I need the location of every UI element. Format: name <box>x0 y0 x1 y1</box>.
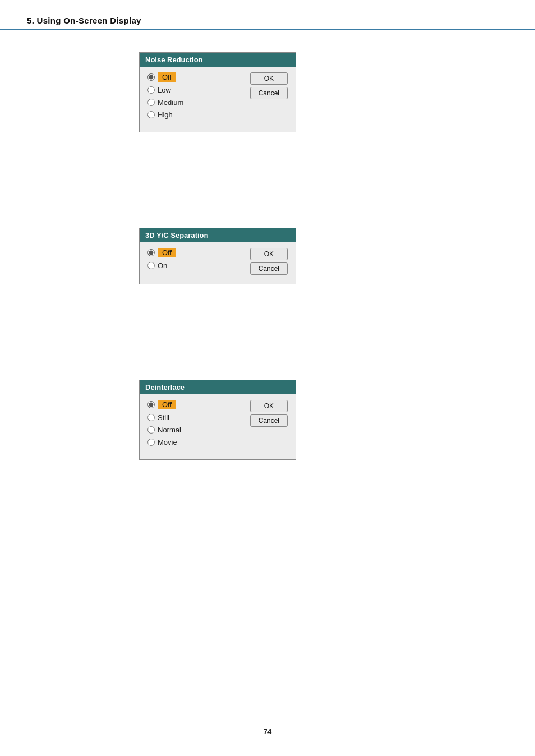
noise-reduction-cancel-button[interactable]: Cancel <box>250 87 288 99</box>
3d-yc-label-on: On <box>158 261 167 270</box>
noise-reduction-options: Off Low Medium <box>147 72 242 123</box>
3d-yc-body: Off On OK Cancel <box>140 242 296 284</box>
deinterlace-label-off: Off <box>158 400 176 409</box>
noise-reduction-title: Noise Reduction <box>140 53 296 67</box>
noise-reduction-label-medium: Medium <box>158 98 183 107</box>
noise-reduction-option-medium[interactable]: Medium <box>147 98 242 107</box>
3d-yc-dialog: 3D Y/C Separation Off On <box>139 228 296 284</box>
noise-reduction-row: Off Low Medium <box>147 72 288 123</box>
noise-reduction-ok-button[interactable]: OK <box>250 72 288 85</box>
deinterlace-option-normal[interactable]: Normal <box>147 426 242 434</box>
spacer-1 <box>27 155 508 228</box>
deinterlace-buttons: OK Cancel <box>250 400 288 427</box>
3d-yc-option-off[interactable]: Off <box>147 248 242 257</box>
noise-reduction-option-off[interactable]: Off <box>147 72 242 82</box>
deinterlace-title: Deinterlace <box>140 380 296 394</box>
noise-reduction-radio-high[interactable] <box>147 111 155 118</box>
page-title: 5. Using On-Screen Display <box>27 16 508 29</box>
3d-yc-buttons: OK Cancel <box>250 248 288 275</box>
deinterlace-radio-off[interactable] <box>147 401 155 408</box>
deinterlace-option-movie[interactable]: Movie <box>147 438 242 446</box>
noise-reduction-option-high[interactable]: High <box>147 110 242 119</box>
3d-yc-cancel-button[interactable]: Cancel <box>250 262 288 275</box>
noise-reduction-dialog-wrapper: Noise Reduction Off Low <box>139 52 296 132</box>
noise-reduction-radio-off[interactable] <box>147 73 155 81</box>
3d-yc-label-off: Off <box>158 248 176 257</box>
deinterlace-label-normal: Normal <box>158 426 181 434</box>
3d-yc-dialog-wrapper: 3D Y/C Separation Off On <box>139 228 296 284</box>
page-header: 5. Using On-Screen Display <box>0 0 535 30</box>
noise-reduction-buttons: OK Cancel <box>250 72 288 99</box>
deinterlace-radio-normal[interactable] <box>147 426 155 434</box>
deinterlace-label-movie: Movie <box>158 438 177 446</box>
3d-yc-title: 3D Y/C Separation <box>140 228 296 242</box>
3d-yc-options: Off On <box>147 248 242 274</box>
deinterlace-radio-movie[interactable] <box>147 439 155 446</box>
deinterlace-dialog: Deinterlace Off Still <box>139 380 296 460</box>
deinterlace-radio-still[interactable] <box>147 414 155 421</box>
deinterlace-dialog-wrapper: Deinterlace Off Still <box>139 380 296 460</box>
deinterlace-label-still: Still <box>158 413 169 422</box>
deinterlace-option-still[interactable]: Still <box>147 413 242 422</box>
deinterlace-row: Off Still Normal <box>147 400 288 450</box>
noise-reduction-radio-low[interactable] <box>147 86 155 94</box>
deinterlace-options: Off Still Normal <box>147 400 242 450</box>
noise-reduction-label-low: Low <box>158 86 171 94</box>
3d-yc-row: Off On OK Cancel <box>147 248 288 275</box>
3d-yc-radio-off[interactable] <box>147 249 155 256</box>
noise-reduction-dialog: Noise Reduction Off Low <box>139 52 296 132</box>
noise-reduction-option-low[interactable]: Low <box>147 86 242 94</box>
page-number: 74 <box>264 727 271 736</box>
3d-yc-radio-on[interactable] <box>147 262 155 269</box>
noise-reduction-label-high: High <box>158 110 173 119</box>
deinterlace-option-off[interactable]: Off <box>147 400 242 409</box>
spacer-2 <box>27 307 508 380</box>
3d-yc-option-on[interactable]: On <box>147 261 242 270</box>
3d-yc-ok-button[interactable]: OK <box>250 248 288 260</box>
noise-reduction-label-off: Off <box>158 72 176 82</box>
deinterlace-body: Off Still Normal <box>140 394 296 459</box>
noise-reduction-body: Off Low Medium <box>140 67 296 132</box>
page-content: Noise Reduction Off Low <box>0 30 535 499</box>
deinterlace-cancel-button[interactable]: Cancel <box>250 414 288 427</box>
deinterlace-ok-button[interactable]: OK <box>250 400 288 412</box>
noise-reduction-radio-medium[interactable] <box>147 99 155 106</box>
